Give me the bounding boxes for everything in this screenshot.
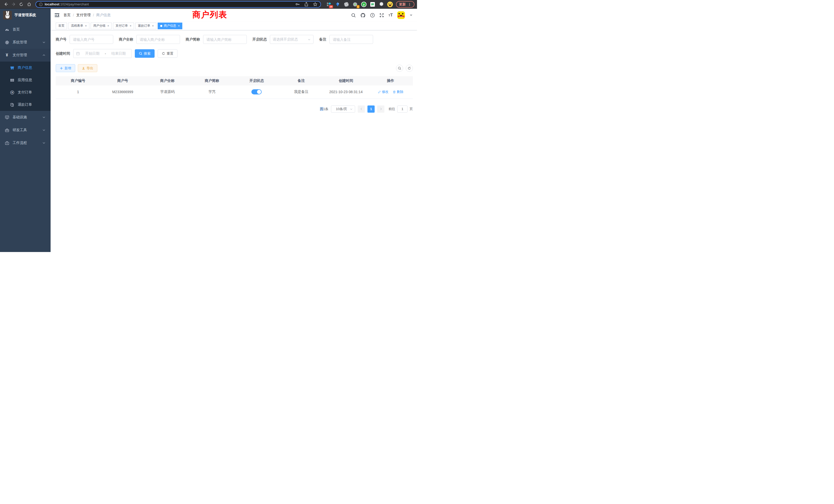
tab-pay-order[interactable]: 支付订单× (113, 23, 134, 29)
extension-chat-icon[interactable] (370, 2, 375, 7)
breadcrumb-home[interactable]: 首页 (63, 13, 71, 18)
breadcrumb-pay[interactable]: 支付管理 (76, 13, 91, 18)
edit-link[interactable]: 修改 (378, 90, 389, 94)
filter-row-2: 创建时间 开始日期 - 结束日期 搜索 重置 (56, 49, 413, 58)
extension-command-icon[interactable] (344, 2, 349, 7)
home-icon (27, 2, 31, 6)
extensions-puzzle-icon[interactable] (378, 2, 384, 7)
extension-kite-icon[interactable] (335, 2, 341, 7)
delete-link[interactable]: 删除 (393, 90, 403, 94)
password-key-icon[interactable] (295, 2, 300, 6)
page-size-select[interactable]: 10条/页 (331, 106, 355, 113)
chevron-down-icon (42, 129, 45, 132)
sidebar-item-pay-order[interactable]: ¥ 支付订单 (0, 86, 50, 98)
search-icon[interactable] (351, 13, 356, 18)
refresh-table-button[interactable] (406, 65, 413, 72)
col-status: 开启状态 (235, 76, 279, 86)
briefcase-icon (5, 141, 9, 145)
extension-recorder-icon[interactable]: 1 (352, 2, 358, 7)
chevron-down-icon (350, 108, 353, 111)
close-icon[interactable]: × (130, 24, 131, 27)
tab-merchant-info[interactable]: 商户信息× (158, 23, 182, 29)
sidebar-item-workflow[interactable]: 工作流程 (0, 137, 50, 150)
avatar-dropdown-caret-icon[interactable] (410, 15, 412, 16)
pay-submenu: 商户信息 应用信息 ¥ 支付订单 (0, 62, 50, 111)
grid-table-icon (10, 78, 14, 83)
puzzle-icon (379, 2, 384, 7)
browser-home-button[interactable] (26, 1, 32, 8)
remark-input[interactable] (329, 35, 373, 44)
sidebar-item-infra[interactable]: 基础设施 (0, 111, 50, 124)
add-button[interactable]: 新增 (56, 64, 75, 72)
page-content: 商户号 商户全称 商户简称 开启状态 请选择开启状态 (50, 30, 417, 252)
sidebar-item-home[interactable]: 首页 (0, 23, 50, 36)
browser-toolbar: localhost:1024/pay/merchant 10 1 y (0, 0, 417, 9)
edit-pen-icon (378, 90, 381, 94)
prev-page-button[interactable] (358, 106, 365, 113)
merchant-no-input[interactable] (70, 35, 113, 44)
browser-profile-avatar[interactable] (387, 2, 393, 7)
tab-user-group[interactable]: 用户分组× (91, 23, 112, 29)
extension-yudao-icon[interactable]: y (361, 2, 367, 7)
sidebar-item-devtools[interactable]: 研发工具 (0, 124, 50, 137)
user-avatar[interactable] (397, 11, 405, 19)
forward-icon (12, 2, 16, 6)
share-icon[interactable] (304, 2, 308, 6)
font-size-icon[interactable]: TT (389, 13, 393, 18)
page-number-1[interactable]: 1 (368, 106, 375, 113)
site-info-icon[interactable] (39, 3, 43, 6)
status-toggle[interactable] (251, 89, 262, 94)
browser-forward-button[interactable] (10, 1, 17, 8)
cell-merchant-no: M233666999 (101, 86, 145, 98)
cell-full-name: 芋道源码 (145, 86, 190, 98)
chat-icon (370, 2, 375, 7)
col-actions: 操作 (368, 76, 413, 86)
search-button[interactable]: 搜索 (135, 49, 155, 58)
close-icon[interactable]: × (178, 24, 180, 27)
browser-reload-button[interactable] (18, 1, 25, 8)
cell-actions: 修改 删除 (368, 86, 413, 98)
export-button[interactable]: 导出 (78, 64, 97, 72)
sidebar-fold-button[interactable] (54, 12, 60, 18)
sidebar-item-app-info[interactable]: 应用信息 (0, 74, 50, 86)
close-icon[interactable]: × (152, 24, 154, 27)
create-time-range-picker[interactable]: 开始日期 - 结束日期 (73, 49, 132, 58)
close-icon[interactable]: × (85, 24, 87, 27)
logo-bar: 芋道管理系统 (0, 9, 50, 22)
fullscreen-icon[interactable] (379, 13, 384, 18)
sidebar-item-refund-order[interactable]: 退款订单 (0, 98, 50, 111)
chevron-down-icon (42, 141, 45, 144)
trash-icon (393, 90, 396, 94)
cell-short-name: 芋艿 (190, 86, 235, 98)
goto-page-input[interactable] (397, 106, 408, 113)
sidebar-item-merchant[interactable]: 商户信息 (0, 62, 50, 74)
chevron-down-icon (42, 41, 45, 44)
date-start-placeholder: 开始日期 (82, 51, 103, 56)
short-name-input[interactable] (203, 35, 247, 44)
tags-view: 首页 流程表单× 用户分组× 支付订单× 退款订单× 商户信息× (50, 22, 417, 30)
sidebar-item-pay[interactable]: ¥ 支付管理 (0, 49, 50, 62)
reset-button[interactable]: 重置 (158, 49, 177, 58)
short-name-label: 商户简称 (185, 37, 200, 42)
col-short-name: 商户简称 (190, 76, 235, 86)
github-icon[interactable] (360, 13, 366, 18)
tab-refund-order[interactable]: 退款订单× (135, 23, 156, 29)
bookmark-star-icon[interactable] (313, 2, 317, 6)
breadcrumb-merchant: 商户信息 (96, 13, 111, 18)
browser-update-button[interactable]: 更新 ⋮ (396, 1, 414, 8)
next-page-button[interactable] (377, 106, 385, 113)
status-select[interactable]: 请选择开启状态 (270, 35, 313, 44)
browser-back-button[interactable] (3, 1, 9, 8)
full-name-input[interactable] (136, 35, 180, 44)
monitor-chart-icon (5, 115, 9, 120)
tab-home[interactable]: 首页 (56, 23, 67, 29)
show-search-toggle-button[interactable] (396, 65, 403, 72)
help-icon[interactable]: ? (370, 13, 375, 18)
extension-tabs-icon[interactable]: 10 (326, 2, 332, 7)
refresh-icon (408, 66, 411, 70)
tab-process-form[interactable]: 流程表单× (68, 23, 89, 29)
browser-menu-icon[interactable]: ⋮ (408, 3, 411, 6)
address-bar[interactable]: localhost:1024/pay/merchant (36, 1, 321, 8)
sidebar-item-system[interactable]: 系统管理 (0, 36, 50, 49)
close-icon[interactable]: × (107, 24, 109, 27)
